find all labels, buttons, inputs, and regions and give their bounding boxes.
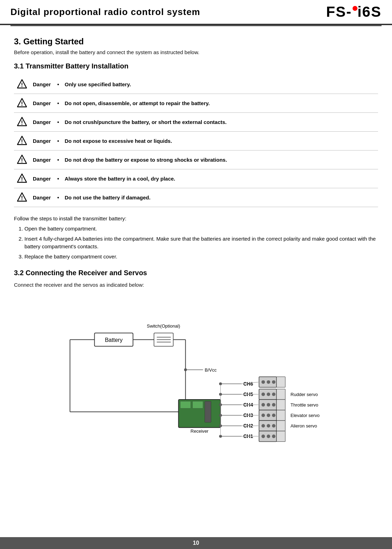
section-31-title: 3.1 Transmitter Battery Installation <box>14 62 378 70</box>
page-header: Digital proportional radio control syste… <box>0 0 392 25</box>
danger-icon-cell: ! <box>14 132 30 151</box>
svg-text:!: ! <box>21 139 23 145</box>
svg-rect-53 <box>276 389 285 400</box>
svg-point-45 <box>267 380 270 384</box>
logo-i6s: i6S <box>357 3 382 20</box>
danger-dot: • <box>54 132 62 151</box>
danger-row: ! Danger • Do not use the battery if dam… <box>14 188 378 207</box>
danger-dot: • <box>54 188 62 207</box>
danger-label: Danger <box>30 151 54 169</box>
danger-row: ! Danger • Do not drop the battery or ex… <box>14 151 378 169</box>
danger-text: Always store the battery in a cool, dry … <box>62 169 378 188</box>
danger-row: ! Danger • Do not expose to excessive he… <box>14 132 378 151</box>
danger-row: ! Danger • Do not crush/puncture the bat… <box>14 113 378 132</box>
danger-dot: • <box>54 169 62 188</box>
receiver-label: Receiver <box>191 429 209 434</box>
logo-fs: FS- <box>326 3 352 20</box>
danger-icon-cell: ! <box>14 169 30 188</box>
danger-icon-cell: ! <box>14 75 30 94</box>
danger-label: Danger <box>30 132 54 151</box>
svg-point-74 <box>261 434 265 438</box>
danger-table: ! Danger • Only use specified battery. !… <box>14 75 378 207</box>
svg-rect-77 <box>276 431 285 441</box>
svg-point-57 <box>267 403 270 407</box>
danger-label: Danger <box>30 188 54 207</box>
danger-icon-cell: ! <box>14 188 30 207</box>
danger-triangle-icon: ! <box>17 192 27 202</box>
danger-icon-cell: ! <box>14 151 30 169</box>
svg-point-75 <box>267 434 270 438</box>
page-number: 10 <box>193 540 199 546</box>
svg-rect-65 <box>276 410 285 420</box>
danger-triangle-icon: ! <box>17 154 27 164</box>
danger-triangle-icon: ! <box>17 135 27 146</box>
danger-dot: • <box>54 94 62 113</box>
svg-point-50 <box>261 393 265 396</box>
svg-point-70 <box>272 424 275 427</box>
danger-triangle-icon: ! <box>17 79 27 89</box>
danger-dot: • <box>54 75 62 94</box>
svg-point-46 <box>272 380 275 384</box>
section-3: 3. Getting Started Before operation, ins… <box>14 37 378 55</box>
svg-rect-59 <box>276 400 285 410</box>
svg-point-62 <box>261 413 265 417</box>
svg-point-23 <box>184 368 187 371</box>
danger-triangle-icon: ! <box>17 116 27 127</box>
header-logo: FS-i6S <box>326 3 382 20</box>
section-31: 3.1 Transmitter Battery Installation ! D… <box>14 62 378 261</box>
danger-dot: • <box>54 113 62 132</box>
steps-intro: Follow the steps to install the transmit… <box>14 215 378 221</box>
logo-dot <box>353 6 357 11</box>
danger-label: Danger <box>30 113 54 132</box>
danger-label: Danger <box>30 94 54 113</box>
svg-point-52 <box>272 393 275 396</box>
svg-point-69 <box>267 424 270 427</box>
svg-text:!: ! <box>21 120 23 126</box>
main-content: 3. Getting Started Before operation, ins… <box>0 26 392 501</box>
section-32: 3.2 Connecting the Receiver and Servos C… <box>14 269 378 490</box>
step-item: Insert 4 fully-charged AA batteries into… <box>24 235 378 251</box>
header-title: Digital proportional radio control syste… <box>10 7 200 17</box>
danger-label: Danger <box>30 75 54 94</box>
svg-point-64 <box>272 413 275 417</box>
section-32-title: 3.2 Connecting the Receiver and Servos <box>14 269 378 277</box>
svg-rect-29 <box>192 401 203 408</box>
svg-point-56 <box>261 403 265 407</box>
svg-point-63 <box>267 413 270 417</box>
danger-text: Do not open, disassemble, or attempt to … <box>62 94 378 113</box>
danger-label: Danger <box>30 169 54 188</box>
switch-label: Switch(Optional) <box>147 323 180 329</box>
svg-rect-71 <box>276 420 285 431</box>
step-item: Open the battery compartment. <box>24 225 378 233</box>
svg-text:!: ! <box>21 82 23 88</box>
svg-point-68 <box>261 424 265 427</box>
step-item: Replace the battery compartment cover. <box>24 253 378 261</box>
danger-row: ! Danger • Always store the battery in a… <box>14 169 378 188</box>
svg-rect-28 <box>180 401 191 408</box>
danger-icon-cell: ! <box>14 113 30 132</box>
danger-row: ! Danger • Only use specified battery. <box>14 75 378 94</box>
danger-text: Do not use the battery if damaged. <box>62 188 378 207</box>
svg-point-44 <box>261 380 265 384</box>
svg-text:!: ! <box>21 195 23 201</box>
danger-text: Do not drop the battery or expose to str… <box>62 151 378 169</box>
aileron-servo-label: Alieron servo <box>290 423 317 429</box>
svg-rect-30 <box>205 401 211 422</box>
danger-dot: • <box>54 151 62 169</box>
section-3-intro: Before operation, install the battery an… <box>14 49 378 55</box>
diagram-container: Battery Switch(Optional) B/Vcc <box>14 295 378 490</box>
throttle-servo-label: Throttle servo <box>290 402 318 408</box>
svg-text:!: ! <box>21 158 23 163</box>
svg-text:!: ! <box>21 101 23 107</box>
danger-icon-cell: ! <box>14 94 30 113</box>
page-footer: 10 <box>0 537 392 549</box>
battery-label: Battery <box>105 337 123 343</box>
section-3-title: 3. Getting Started <box>14 37 378 46</box>
svg-rect-47 <box>276 377 285 387</box>
diagram-svg: Battery Switch(Optional) B/Vcc <box>14 295 378 490</box>
bvcc-label: B/Vcc <box>205 367 217 373</box>
danger-triangle-icon: ! <box>17 173 27 183</box>
svg-point-51 <box>267 393 270 396</box>
elevator-servo-label: Elevator servo <box>290 413 319 418</box>
rudder-servo-label: Rudder servo <box>290 392 318 397</box>
